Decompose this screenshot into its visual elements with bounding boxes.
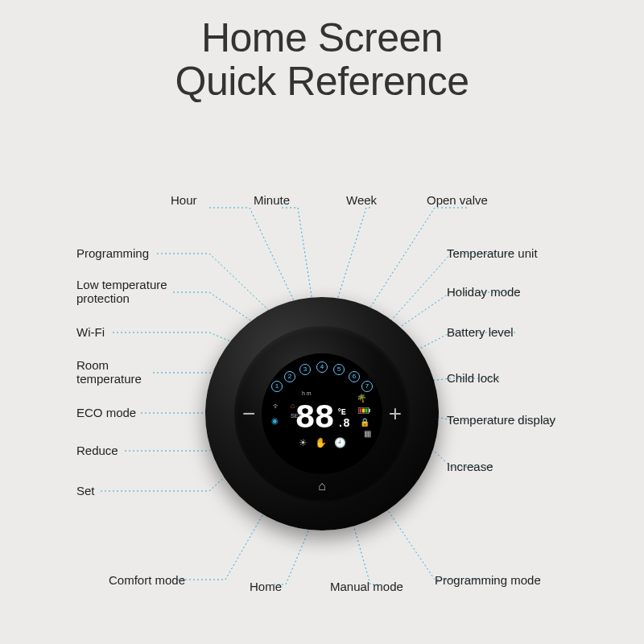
arc-day-6: 6: [349, 371, 360, 382]
callout-child-lock: Child lock: [447, 371, 499, 385]
callout-prog-mode: Programming mode: [435, 573, 541, 587]
page-title: Home Screen Quick Reference: [0, 0, 644, 103]
callout-open-valve: Open valve: [427, 193, 488, 207]
callout-room-temp: Room temperature: [76, 358, 142, 386]
week-program-arc: 1 2 3 4 5 6 7: [270, 360, 374, 392]
temp-sub-digit: .8: [337, 417, 349, 430]
callout-holiday: Holiday mode: [447, 285, 521, 299]
battery-icon: [358, 407, 371, 415]
reduce-button[interactable]: −: [242, 401, 255, 427]
temp-unit-symbol: °E: [337, 408, 349, 417]
svg-rect-24: [362, 409, 365, 413]
arc-day-2: 2: [284, 371, 295, 382]
arc-day-5: 5: [333, 364, 345, 375]
svg-rect-23: [360, 409, 362, 413]
diagram-stage: Hour Minute Week Open valve Programming …: [0, 121, 644, 644]
temperature-readout: 88 °E .8: [295, 399, 349, 438]
holiday-icon: 🌴: [357, 394, 366, 402]
title-line1: Home Screen: [0, 16, 644, 60]
arc-day-7: 7: [361, 381, 373, 392]
callout-increase: Increase: [447, 460, 493, 473]
thermostat-device: − + ⌂ 1 2 3 4 5 6 7 ᯤ ◉ ⌂ SET h m 🌴: [205, 297, 439, 530]
callout-home: Home: [250, 580, 282, 593]
svg-rect-25: [365, 409, 368, 413]
svg-rect-22: [369, 409, 370, 412]
title-line2: Quick Reference: [0, 60, 644, 103]
eco-icon: ◉: [271, 416, 279, 425]
clock-icon: 🕘: [334, 437, 346, 448]
callout-low-temp: Low temperature protection: [76, 278, 167, 306]
increase-button[interactable]: +: [389, 401, 402, 427]
arc-day-3: 3: [299, 364, 311, 375]
callout-reduce: Reduce: [76, 444, 118, 457]
temp-main-digits: 88: [295, 399, 333, 438]
callout-manual: Manual mode: [330, 580, 403, 593]
comfort-icon: ☀: [299, 437, 308, 448]
callout-battery: Battery level: [447, 325, 514, 339]
arc-day-4: 4: [316, 361, 328, 373]
callout-temp-display: Temperature display: [447, 413, 555, 427]
window-icon: ▦: [364, 429, 371, 438]
mode-row: ☀ ✋ 🕘: [299, 437, 346, 448]
callout-hour: Hour: [171, 193, 197, 207]
callout-minute: Minute: [254, 193, 290, 207]
callout-set: Set: [76, 484, 95, 497]
callout-comfort: Comfort mode: [109, 573, 185, 587]
callout-eco: ECO mode: [76, 406, 136, 419]
wifi-icon: ᯤ: [273, 402, 281, 411]
callout-programming: Programming: [76, 246, 149, 260]
callout-wifi: Wi-Fi: [76, 325, 105, 339]
manual-icon: ✋: [315, 437, 327, 448]
callout-week: Week: [346, 193, 377, 207]
lock-icon: 🔒: [360, 418, 369, 427]
home-icon[interactable]: ⌂: [318, 479, 326, 493]
device-screen: 1 2 3 4 5 6 7 ᯤ ◉ ⌂ SET h m 🌴 🔒 ▦: [262, 353, 382, 474]
callout-temp-unit: Temperature unit: [447, 246, 538, 260]
arc-day-1: 1: [271, 381, 283, 392]
svg-rect-21: [358, 407, 369, 414]
